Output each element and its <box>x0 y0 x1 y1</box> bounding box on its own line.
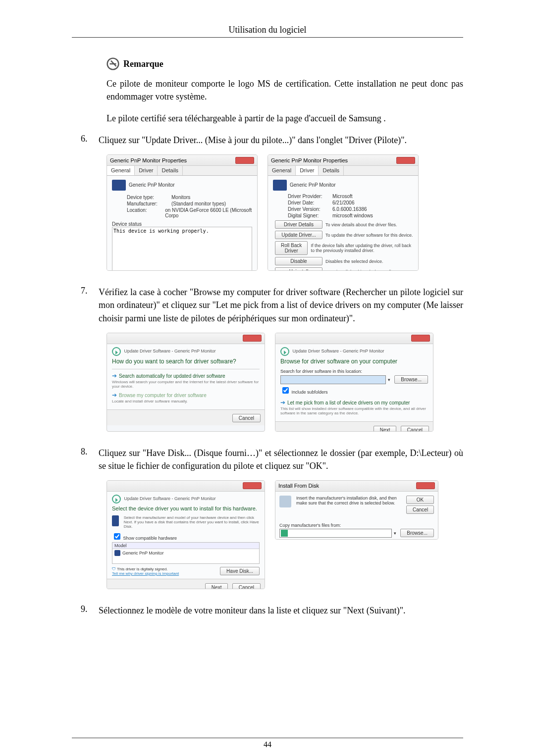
step-6-text: Cliquez sur "Update Driver... (Mise à jo… <box>99 134 463 147</box>
option-auto-search-sub: Windows will search your computer and th… <box>112 380 260 389</box>
back-icon[interactable] <box>280 347 289 356</box>
close-icon[interactable] <box>243 482 262 489</box>
ok-button[interactable]: OK <box>406 496 434 504</box>
update-driver-button[interactable]: Update Driver... <box>275 231 322 239</box>
signing-link[interactable]: Tell me why driver signing is important <box>112 571 179 576</box>
wizard-subtext: Select the manufacturer and model of you… <box>124 515 260 529</box>
monitor-icon <box>112 180 126 191</box>
rollback-driver-desc: If the device fails after updating the d… <box>311 243 413 253</box>
disable-button[interactable]: Disable <box>275 257 322 265</box>
device-status-box: This device is working properly. <box>112 227 252 271</box>
monitor-icon <box>114 550 120 556</box>
footer-rule <box>72 738 463 738</box>
have-disk-button[interactable]: Have Disk... <box>220 567 260 575</box>
model-row[interactable]: Generic PnP Monitor <box>122 551 163 555</box>
wizard-heading: How do you want to search for driver sof… <box>112 358 260 365</box>
provider-value: Microsoft <box>332 194 353 199</box>
monitor-icon <box>273 180 287 191</box>
screenshot-properties-general: Generic PnP Monitor Properties General D… <box>107 154 258 271</box>
copy-from-label: Copy manufacturer's files from: <box>279 523 434 528</box>
model-column-header: Model <box>112 543 259 549</box>
screenshot-properties-driver: Generic PnP Monitor Properties General D… <box>268 154 419 271</box>
cancel-button[interactable]: Cancel <box>406 505 434 514</box>
step-7-number: 7. <box>72 286 99 296</box>
tab-details[interactable]: Details <box>319 166 344 175</box>
breadcrumb: Update Driver Software - Generic PnP Mon… <box>124 349 216 353</box>
manufacturer-value: (Standard monitor types) <box>171 201 226 206</box>
option-browse-computer-sub: Locate and install driver software manua… <box>112 399 260 403</box>
window-title: Generic PnP Monitor Properties <box>110 157 187 163</box>
include-subfolders-label: Include subfolders <box>292 390 328 395</box>
note-paragraph-1: Ce pilote de moniteur comporte le logo M… <box>107 77 463 103</box>
driver-details-button[interactable]: Driver Details <box>275 220 322 229</box>
note-label: Remarque <box>123 59 163 69</box>
screenshot-wizard-select-driver: Update Driver Software - Generic PnP Mon… <box>107 480 265 589</box>
close-icon[interactable] <box>235 157 254 164</box>
device-type-value: Monitors <box>171 195 190 200</box>
cancel-button[interactable]: Cancel <box>232 583 261 589</box>
include-subfolders-checkbox[interactable] <box>282 387 289 394</box>
disable-desc: Disables the selected device. <box>325 259 383 264</box>
monitor-icon <box>112 515 119 526</box>
step-9-text: Sélectionnez le modèle de votre moniteur… <box>99 604 463 617</box>
device-type-key: Device type: <box>127 195 171 200</box>
screenshot-wizard-browse: Update Driver Software - Generic PnP Mon… <box>275 333 433 432</box>
breadcrumb: Update Driver Software - Generic PnP Mon… <box>293 349 384 353</box>
window-title: Install From Disk <box>278 483 319 489</box>
back-icon[interactable] <box>112 347 121 356</box>
cancel-button[interactable]: Cancel <box>232 414 261 422</box>
breadcrumb: Update Driver Software - Generic PnP Mon… <box>124 496 216 501</box>
tab-driver[interactable]: Driver <box>296 166 319 175</box>
signer-key: Digital Signer: <box>288 213 332 218</box>
note-icon <box>107 57 119 70</box>
cancel-button[interactable]: Cancel <box>401 426 429 432</box>
uninstall-desc: To uninstall the driver (Advanced). <box>325 269 393 271</box>
next-button[interactable]: Next <box>205 583 228 589</box>
date-key: Driver Date: <box>288 200 332 205</box>
step-9-number: 9. <box>72 604 99 614</box>
show-compatible-label: Show compatible hardware <box>123 536 177 541</box>
drive-icon <box>281 530 288 537</box>
tab-driver[interactable]: Driver <box>135 166 158 175</box>
rollback-driver-button[interactable]: Roll Back Driver <box>275 241 308 255</box>
wizard-heading: Select the device driver you want to ins… <box>112 505 260 511</box>
shield-icon: 🛡 <box>112 567 116 571</box>
uninstall-button[interactable]: Uninstall <box>275 267 322 271</box>
screenshot-wizard-search: Update Driver Software - Generic PnP Mon… <box>107 333 265 432</box>
option-pick-from-list[interactable]: ➔Let me pick from a list of device drive… <box>280 399 428 415</box>
manufacturer-key: Manufacturer: <box>127 201 171 206</box>
option-auto-search[interactable]: ➔Search automatically for updated driver… <box>112 372 260 389</box>
tab-details[interactable]: Details <box>158 166 183 175</box>
back-icon[interactable] <box>112 495 121 504</box>
screenshot-install-from-disk: Install From Disk Insert the manufacture… <box>275 480 438 540</box>
browse-button[interactable]: Browse... <box>394 375 428 384</box>
step-6-number: 6. <box>72 134 99 144</box>
browse-button[interactable]: Browse... <box>400 529 434 537</box>
step-8-text: Cliquez sur "Have Disk... (Disque fourni… <box>99 447 463 472</box>
next-button[interactable]: Next <box>374 426 397 432</box>
wizard-heading: Browse for driver software on your compu… <box>280 358 428 365</box>
close-icon[interactable] <box>243 335 262 342</box>
show-compatible-checkbox[interactable] <box>114 533 120 540</box>
provider-key: Driver Provider: <box>288 194 332 199</box>
close-icon[interactable] <box>411 335 430 342</box>
signer-value: microsoft windows <box>332 213 373 218</box>
driver-details-desc: To view details about the driver files. <box>325 222 397 227</box>
monitor-label: Generic PnP Monitor <box>129 182 175 188</box>
location-value: on NVIDIA GeForce 6600 LE (Microsoft Cor… <box>165 207 252 218</box>
close-icon[interactable] <box>396 157 415 164</box>
option-pick-sub: This list will show installed driver sof… <box>280 406 428 415</box>
tab-general[interactable]: General <box>268 166 296 175</box>
date-value: 6/21/2006 <box>332 200 355 205</box>
note-paragraph-2: Le pilote certifié sera téléchargeable à… <box>107 112 463 125</box>
device-status-label: Device status <box>112 221 252 227</box>
page-header: Utilisation du logiciel <box>72 25 463 38</box>
install-disk-msg: Insert the manufacturer's installation d… <box>296 496 402 514</box>
search-location-label: Search for driver software in this locat… <box>280 369 428 374</box>
path-input[interactable] <box>280 375 386 384</box>
close-icon[interactable] <box>416 482 435 489</box>
version-key: Driver Version: <box>288 206 332 212</box>
tab-general[interactable]: General <box>107 166 135 175</box>
option-browse-computer[interactable]: ➔Browse my computer for driver softwareL… <box>112 392 260 403</box>
disk-icon <box>279 496 291 507</box>
